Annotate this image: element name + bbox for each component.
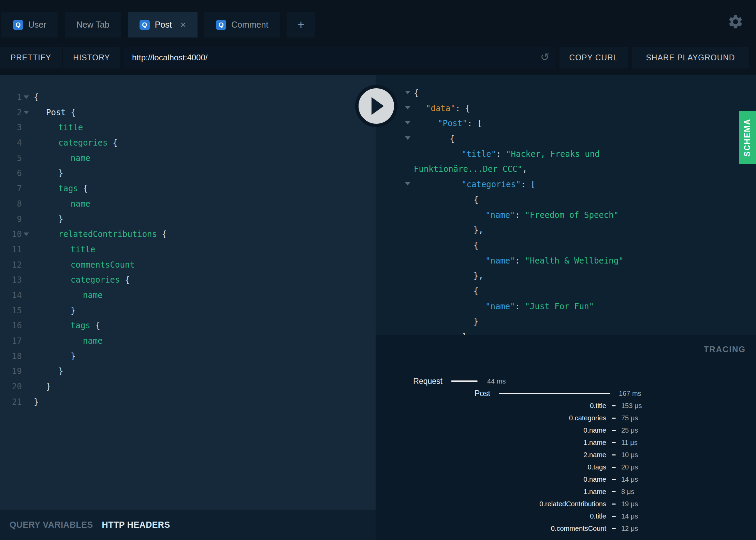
fold-column[interactable] (22, 90, 34, 105)
copy-curl-button[interactable]: COPY CURL (559, 47, 628, 69)
code-line[interactable]: 15 } (0, 303, 376, 318)
code-token: { (90, 321, 100, 330)
tab-post[interactable]: Q Post × (128, 12, 198, 38)
fold-column (22, 212, 34, 227)
code-text: tags { (34, 181, 88, 196)
trace-time: 14 μs (621, 512, 638, 520)
code-line[interactable]: 12 commentsCount (0, 257, 376, 273)
json-token: { (474, 286, 478, 296)
json-text: "name": "Just For Fun" (376, 302, 594, 311)
query-variables-tab[interactable]: QUERY VARIABLES (10, 520, 93, 530)
response-line: "title": "Hacker, Freaks und (376, 147, 756, 162)
code-text: tags { (34, 318, 100, 333)
execute-query-button[interactable] (355, 85, 397, 127)
tab-bar: Q User New Tab Q Post × Q Comment + (1, 12, 315, 38)
code-line[interactable]: 2 Post { (0, 105, 376, 120)
query-editor[interactable]: 1 { 2 Post { 3 title 4 categories { 5 (0, 75, 376, 510)
fold-column[interactable] (22, 227, 34, 242)
code-line[interactable]: 7 tags { (0, 181, 376, 196)
code-text: name (34, 196, 90, 212)
json-text: Funktionäre...Der CCC", (376, 164, 527, 174)
code-line[interactable]: 21 } (0, 394, 376, 410)
history-button[interactable]: HISTORY (63, 47, 120, 69)
code-line[interactable]: 16 tags { (0, 318, 376, 333)
line-number: 11 (0, 242, 22, 257)
fold-column (22, 394, 34, 410)
line-number: 2 (0, 105, 22, 120)
code-line[interactable]: 6 } (0, 166, 376, 181)
tab-comment[interactable]: Q Comment (204, 12, 280, 38)
code-line[interactable]: 19 } (0, 364, 376, 379)
trace-row: 0.commentsCount 12 μs (376, 522, 756, 535)
json-text: ] (376, 332, 466, 335)
code-line[interactable]: 1 { (0, 90, 376, 105)
code-line[interactable]: 10 relatedContributions { (0, 227, 376, 242)
trace-row: 2.name 10 μs (376, 449, 756, 461)
endpoint-url-bar: ↺ (124, 47, 555, 69)
trace-time: 10 μs (621, 451, 638, 459)
line-number: 3 (0, 120, 22, 135)
trace-row: 0.name 14 μs (376, 473, 756, 485)
reload-icon[interactable]: ↺ (540, 51, 549, 63)
fold-column (22, 257, 34, 273)
trace-row: 1.name 11 μs (376, 436, 756, 449)
fold-column (22, 379, 34, 394)
endpoint-url-input[interactable] (124, 47, 555, 69)
trace-bar (451, 380, 478, 382)
line-number: 7 (0, 181, 22, 196)
code-line[interactable]: 8 name (0, 196, 376, 212)
code-text: categories { (34, 135, 117, 151)
trace-label: 2.name (376, 451, 606, 459)
code-token: } (34, 397, 39, 407)
code-line[interactable]: 11 title (0, 242, 376, 257)
trace-row: Request 44 ms (376, 375, 756, 387)
code-text: } (34, 379, 51, 394)
trace-row: 0.categories 75 μs (376, 412, 756, 424)
add-tab-button[interactable]: + (287, 12, 315, 38)
trace-label: 1.name (376, 439, 606, 447)
share-playground-button[interactable]: SHARE PLAYGROUND (632, 47, 749, 69)
code-line[interactable]: 4 categories { (0, 135, 376, 151)
tab-new-tab[interactable]: New Tab (65, 12, 121, 38)
json-text: }, (376, 271, 483, 281)
json-token: { (450, 134, 454, 144)
code-line[interactable]: 13 categories { (0, 272, 376, 288)
json-token: "title" (462, 149, 496, 159)
json-token: }, (474, 225, 483, 235)
trace-time: 19 μs (621, 500, 638, 508)
tab-label: New Tab (76, 20, 110, 30)
code-line[interactable]: 18 } (0, 349, 376, 364)
response-line: ] (376, 329, 756, 335)
trace-bar (612, 418, 616, 419)
http-headers-tab[interactable]: HTTP HEADERS (102, 520, 170, 530)
code-token: name (83, 336, 103, 346)
query-badge-icon: Q (13, 20, 23, 30)
code-line[interactable]: 20 } (0, 379, 376, 394)
trace-label: Request (376, 377, 442, 386)
fold-column[interactable] (22, 105, 34, 120)
json-token: { (474, 241, 478, 250)
trace-bar (612, 454, 616, 455)
schema-side-tab[interactable]: SCHEMA (739, 111, 756, 164)
json-token: : { (455, 104, 470, 113)
fold-arrow-icon (24, 111, 29, 114)
trace-row: 0.name 25 μs (376, 424, 756, 436)
json-token: "data" (426, 104, 455, 113)
trace-time: 153 μs (621, 402, 642, 410)
code-line[interactable]: 17 name (0, 333, 376, 349)
code-line[interactable]: 14 name (0, 288, 376, 303)
prettify-button[interactable]: PRETTIFY (0, 47, 62, 69)
code-token: Post (46, 108, 66, 117)
settings-gear-icon[interactable] (727, 14, 744, 30)
code-line[interactable]: 9 } (0, 212, 376, 227)
close-tab-icon[interactable]: × (180, 20, 186, 30)
trace-time: 11 μs (621, 439, 638, 447)
code-line[interactable]: 3 title (0, 120, 376, 135)
response-line: "categories": [ (376, 177, 756, 192)
fold-column (22, 288, 34, 303)
code-token: } (71, 306, 75, 315)
tab-user[interactable]: Q User (1, 12, 58, 38)
code-token: categories (58, 138, 108, 148)
code-line[interactable]: 5 name (0, 151, 376, 166)
line-number: 16 (0, 318, 22, 333)
